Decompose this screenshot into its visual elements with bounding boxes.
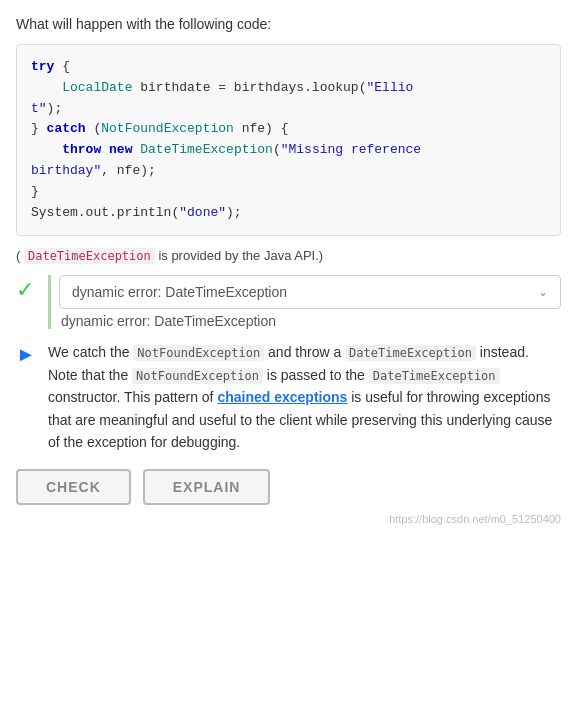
api-note-code: DateTimeException — [24, 248, 155, 264]
check-button[interactable]: CHECK — [16, 469, 131, 505]
check-icon: ✓ — [16, 277, 40, 303]
inline-code-1: NotFoundException — [133, 345, 264, 361]
dropdown-label: dynamic error: DateTimeException — [72, 284, 287, 300]
explanation-text: We catch the NotFoundException and throw… — [48, 341, 561, 453]
code-block: try { LocalDate birthdate = birthdays.lo… — [16, 44, 561, 236]
dropdown-selected: dynamic error: DateTimeException — [59, 313, 561, 329]
inline-code-2: DateTimeException — [345, 345, 476, 361]
chevron-down-icon: ⌄ — [538, 285, 548, 299]
dropdown-container: dynamic error: DateTimeException ⌄ dynam… — [48, 275, 561, 329]
explanation-section: ► We catch the NotFoundException and thr… — [16, 341, 561, 453]
api-note: ( DateTimeException is provided by the J… — [16, 248, 561, 263]
answer-dropdown[interactable]: dynamic error: DateTimeException ⌄ — [59, 275, 561, 309]
inline-code-4: DateTimeException — [369, 368, 500, 384]
question-text: What will happen with the following code… — [16, 16, 561, 32]
arrow-right-icon: ► — [16, 343, 40, 366]
answer-row: ✓ dynamic error: DateTimeException ⌄ dyn… — [16, 275, 561, 329]
explain-button[interactable]: EXPLAIN — [143, 469, 271, 505]
chained-exceptions-link[interactable]: chained exceptions — [217, 389, 347, 405]
watermark: https://blog.csdn.net/m0_51250400 — [16, 513, 561, 525]
buttons-row: CHECK EXPLAIN — [16, 469, 561, 505]
inline-code-3: NotFoundException — [132, 368, 263, 384]
